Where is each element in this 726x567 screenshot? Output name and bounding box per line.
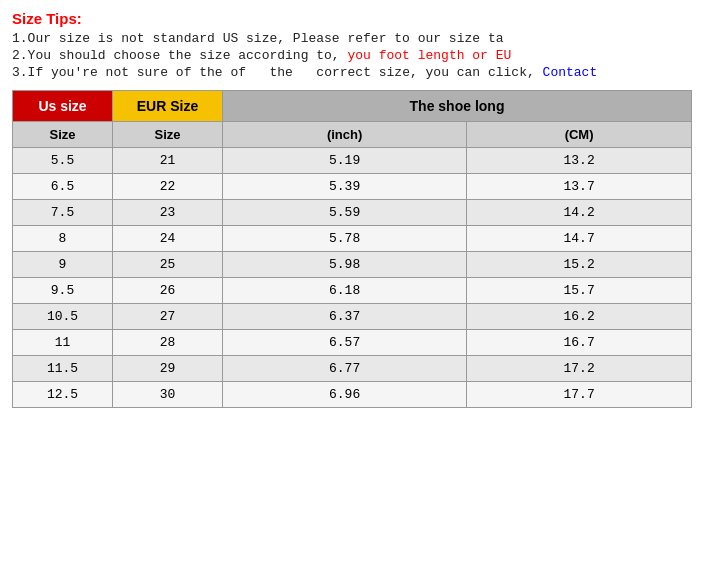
size-table: Us size EUR Size The shoe long Size Size… [12,90,692,408]
cell-inch: 5.19 [223,148,467,174]
tips-line-1: 1.Our size is not standard US size, Plea… [12,31,714,46]
cell-cm: 16.7 [467,330,692,356]
tips-line2-prefix: 2.You should choose the size according t… [12,48,340,63]
tips-section: Size Tips: 1.Our size is not standard US… [12,10,714,80]
cell-eur: 24 [113,226,223,252]
cell-eur: 25 [113,252,223,278]
cell-us: 6.5 [13,174,113,200]
cell-eur: 21 [113,148,223,174]
cell-eur: 28 [113,330,223,356]
cell-cm: 14.2 [467,200,692,226]
tips-line3-contact[interactable]: Contact [543,65,598,80]
cell-us: 11.5 [13,356,113,382]
cell-cm: 17.7 [467,382,692,408]
tips-line3-prefix: 3.If you're not sure of the [12,65,230,80]
cell-inch: 6.57 [223,330,467,356]
table-body: 5.5215.1913.26.5225.3913.77.5235.5914.28… [13,148,692,408]
cell-inch: 5.78 [223,226,467,252]
cell-cm: 15.2 [467,252,692,278]
table-row: 7.5235.5914.2 [13,200,692,226]
cell-cm: 15.7 [467,278,692,304]
cell-cm: 13.2 [467,148,692,174]
tips-line3-middle: correct size, you can click, [316,65,534,80]
table-row: 11.5296.7717.2 [13,356,692,382]
cell-us: 8 [13,226,113,252]
table-header-row: Us size EUR Size The shoe long [13,91,692,122]
cell-us: 9 [13,252,113,278]
cell-eur: 23 [113,200,223,226]
subheader-cm: (CM) [467,122,692,148]
table-row: 5.5215.1913.2 [13,148,692,174]
subheader-eur: Size [113,122,223,148]
cell-us: 10.5 [13,304,113,330]
cell-cm: 16.2 [467,304,692,330]
cell-eur: 27 [113,304,223,330]
tips-line1-text: 1.Our size is not standard US size, Plea… [12,31,503,46]
tips-line-2: 2.You should choose the size according t… [12,48,714,63]
tips-line2-red: you foot length or EU [347,48,511,63]
cell-inch: 6.37 [223,304,467,330]
cell-inch: 5.98 [223,252,467,278]
tips-line3-of: of [230,65,246,80]
header-us-size: Us size [13,91,113,122]
cell-us: 7.5 [13,200,113,226]
cell-cm: 17.2 [467,356,692,382]
table-row: 8245.7814.7 [13,226,692,252]
cell-inch: 6.18 [223,278,467,304]
cell-eur: 26 [113,278,223,304]
header-eur-size: EUR Size [113,91,223,122]
cell-eur: 30 [113,382,223,408]
cell-us: 11 [13,330,113,356]
cell-eur: 22 [113,174,223,200]
tips-line3-the: the [269,65,292,80]
cell-inch: 6.96 [223,382,467,408]
cell-cm: 14.7 [467,226,692,252]
subheader-inch: (inch) [223,122,467,148]
table-row: 6.5225.3913.7 [13,174,692,200]
cell-us: 12.5 [13,382,113,408]
table-row: 9255.9815.2 [13,252,692,278]
table-row: 11286.5716.7 [13,330,692,356]
cell-inch: 5.39 [223,174,467,200]
cell-eur: 29 [113,356,223,382]
tips-line-3: 3.If you're not sure of the of the corre… [12,65,714,80]
cell-cm: 13.7 [467,174,692,200]
cell-us: 5.5 [13,148,113,174]
cell-inch: 6.77 [223,356,467,382]
table-row: 12.5306.9617.7 [13,382,692,408]
cell-us: 9.5 [13,278,113,304]
cell-inch: 5.59 [223,200,467,226]
tips-title: Size Tips: [12,10,714,27]
table-subheader-row: Size Size (inch) (CM) [13,122,692,148]
subheader-us: Size [13,122,113,148]
table-row: 9.5266.1815.7 [13,278,692,304]
header-shoe-long: The shoe long [223,91,692,122]
table-row: 10.5276.3716.2 [13,304,692,330]
